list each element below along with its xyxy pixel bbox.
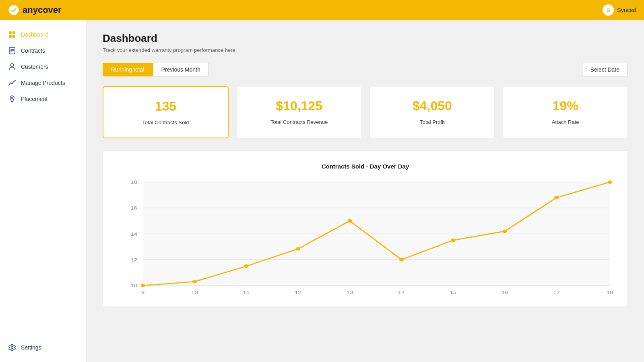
svg-text:10: 10	[130, 283, 137, 288]
sidebar-item-manage-products[interactable]: Manage Products	[0, 75, 86, 91]
logo-icon	[8, 4, 19, 16]
svg-text:17: 17	[553, 290, 560, 295]
stat-label-total-profit: Total Profit	[378, 119, 487, 125]
sidebar-item-settings[interactable]: Settings	[0, 339, 86, 356]
svg-rect-4	[12, 35, 15, 38]
svg-point-41	[554, 196, 559, 200]
stat-value-attach-rate: 19%	[511, 99, 619, 113]
app-header: anycover S Synced	[0, 0, 644, 20]
main-layout: Dashboard Contracts Customers	[0, 20, 644, 362]
svg-point-42	[608, 180, 612, 184]
svg-text:18: 18	[130, 180, 137, 185]
stat-label-total-contracts-revenue: Total Contracts Revenue	[245, 119, 353, 125]
chart-title: Contracts Sold - Day Over Day	[115, 163, 615, 170]
logo[interactable]: anycover	[8, 4, 62, 16]
stat-label-total-contracts-sold: Total Contracts Sold	[111, 119, 220, 125]
svg-text:11: 11	[243, 290, 250, 295]
sidebar-item-label-dashboard: Dashboard	[21, 31, 49, 38]
filter-buttons: Running total Previous Month	[103, 63, 209, 76]
svg-text:16: 16	[130, 206, 137, 211]
svg-point-37	[347, 219, 352, 223]
stat-value-total-contracts-revenue: $10,125	[245, 99, 353, 113]
chart-area: 18 16 14 12 10 9 10 11 12 13 14 15 16	[115, 178, 615, 298]
grid-icon	[8, 31, 16, 39]
previous-month-button[interactable]: Previous Month	[153, 63, 209, 76]
main-content: Dashboard Track your extended warranty p…	[87, 20, 644, 362]
svg-rect-3	[9, 35, 12, 38]
svg-point-9	[10, 64, 14, 67]
doc-icon	[8, 47, 16, 55]
stat-label-attach-rate: Attach Rate	[511, 119, 619, 125]
svg-text:18: 18	[607, 290, 613, 295]
avatar: S	[603, 4, 614, 16]
svg-point-39	[451, 239, 455, 242]
settings-icon	[8, 343, 16, 352]
svg-point-11	[11, 347, 13, 349]
stat-card-total-contracts-revenue: $10,125 Total Contracts Revenue	[237, 86, 362, 138]
svg-text:14: 14	[398, 290, 405, 295]
svg-text:9: 9	[141, 290, 144, 295]
stat-value-total-profit: $4,050	[378, 99, 487, 113]
svg-point-33	[141, 284, 145, 288]
svg-text:12: 12	[295, 290, 301, 295]
pin-icon	[8, 95, 16, 103]
stats-row: 135 Total Contracts Sold $10,125 Total C…	[103, 86, 628, 138]
chart-icon	[8, 79, 16, 87]
svg-point-0	[9, 5, 19, 15]
svg-text:15: 15	[450, 290, 456, 295]
chart-container: Contracts Sold - Day Over Day 18 16 14 1…	[103, 150, 628, 307]
user-name: Synced	[617, 7, 636, 13]
svg-point-38	[399, 258, 404, 261]
stat-card-attach-rate: 19% Attach Rate	[503, 86, 628, 138]
sidebar-item-label-contracts: Contracts	[21, 47, 45, 54]
svg-point-34	[192, 280, 197, 284]
svg-point-40	[503, 230, 507, 233]
svg-text:10: 10	[191, 290, 198, 295]
stat-value-total-contracts-sold: 135	[111, 99, 220, 114]
sidebar-item-placement[interactable]: Placement	[0, 91, 86, 107]
stat-card-total-profit: $4,050 Total Profit	[370, 86, 495, 138]
svg-point-36	[296, 247, 300, 251]
settings-label: Settings	[21, 344, 41, 351]
svg-point-10	[11, 97, 13, 99]
svg-point-35	[244, 264, 248, 268]
svg-text:12: 12	[130, 257, 137, 262]
page-subtitle: Track your extended warranty program per…	[103, 47, 628, 53]
filter-bar: Running total Previous Month Select Date	[103, 63, 628, 76]
sidebar-item-label-placement: Placement	[21, 96, 47, 102]
svg-rect-2	[12, 31, 15, 34]
sidebar-item-customers[interactable]: Customers	[0, 59, 86, 75]
sidebar-item-dashboard[interactable]: Dashboard	[0, 27, 86, 43]
svg-rect-1	[9, 31, 12, 34]
line-chart: 18 16 14 12 10 9 10 11 12 13 14 15 16	[115, 178, 615, 298]
svg-text:14: 14	[130, 231, 137, 237]
stat-card-total-contracts-sold: 135 Total Contracts Sold	[103, 86, 229, 138]
user-menu[interactable]: S Synced	[603, 4, 636, 16]
logo-text: anycover	[23, 5, 62, 15]
person-icon	[8, 63, 16, 71]
sidebar-item-label-customers: Customers	[21, 64, 48, 70]
select-date-button[interactable]: Select Date	[582, 63, 628, 76]
page-title: Dashboard	[103, 32, 628, 45]
running-total-button[interactable]: Running total	[103, 63, 153, 76]
svg-text:13: 13	[346, 290, 353, 295]
sidebar-item-contracts[interactable]: Contracts	[0, 43, 86, 59]
svg-text:16: 16	[502, 290, 508, 295]
sidebar: Dashboard Contracts Customers	[0, 20, 87, 362]
sidebar-item-label-manage-products: Manage Products	[21, 80, 65, 86]
